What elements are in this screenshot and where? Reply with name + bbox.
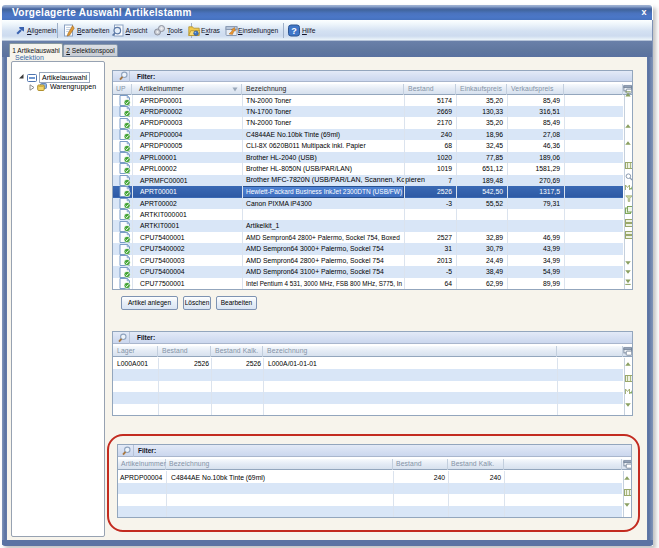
svg-text:?: ? [291,26,297,36]
